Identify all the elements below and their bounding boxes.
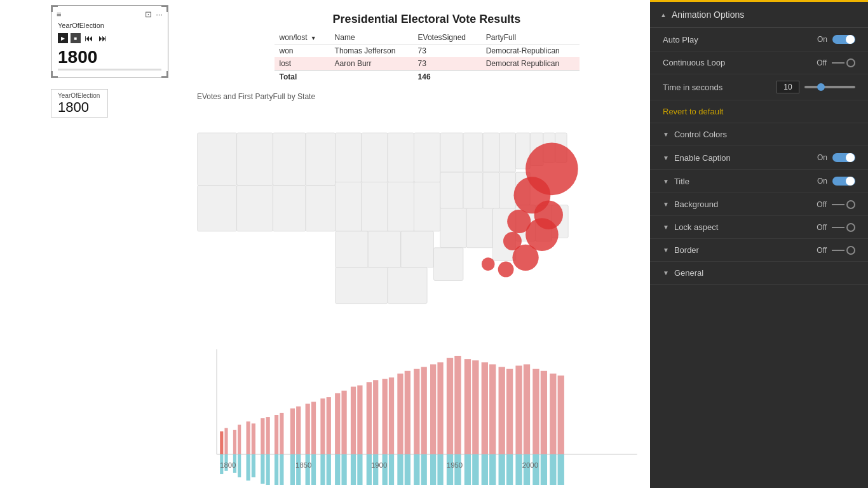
svg-rect-61	[247, 454, 250, 480]
svg-rect-134	[541, 371, 547, 454]
svg-rect-106	[421, 367, 427, 454]
animation-options-header[interactable]: ▲ Animation Options	[650, 2, 868, 28]
col-header-status[interactable]: won/lost ▼	[275, 31, 330, 44]
player-widget: ≡ ⊡ ··· YearOfElection ▶ ■ ⏮ ⏭ 1800	[51, 5, 168, 78]
svg-rect-5	[237, 186, 273, 231]
row-status: lost	[275, 57, 330, 71]
results-table: won/lost ▼ Name EVotesSigned PartyFull w…	[275, 31, 580, 83]
svg-rect-23	[483, 172, 499, 208]
toggle-knob	[846, 35, 855, 44]
svg-rect-10	[388, 133, 414, 182]
total-label: Total	[275, 71, 330, 84]
svg-rect-59	[238, 454, 241, 477]
col-header-party[interactable]: PartyFull	[481, 31, 580, 44]
general-row[interactable]: ▼ General	[650, 262, 868, 285]
svg-rect-94	[373, 380, 378, 454]
chevron-icon: ▼	[663, 154, 669, 161]
enable-caption-status: On	[817, 153, 827, 162]
svg-rect-14	[388, 182, 414, 231]
svg-rect-99	[389, 454, 394, 485]
col-header-name[interactable]: Name	[330, 31, 413, 44]
svg-point-49	[482, 257, 495, 271]
svg-rect-72	[290, 409, 295, 454]
svg-rect-75	[296, 454, 301, 485]
continuous-loop-toggle[interactable]	[832, 58, 855, 67]
svg-rect-12	[336, 182, 362, 231]
player-year: 1800	[54, 46, 165, 69]
chevron-icon: ▼	[663, 247, 669, 254]
expand-icon[interactable]: ⊡	[145, 10, 152, 19]
table-row: won Thomas Jefferson 73 Democrat-Republi…	[275, 44, 580, 58]
svg-rect-98	[389, 377, 394, 454]
svg-rect-81	[320, 454, 325, 485]
year-display-box: YearOfElection 1800	[51, 89, 108, 118]
enable-caption-toggle[interactable]	[832, 152, 855, 163]
svg-rect-126	[506, 369, 513, 454]
svg-rect-100	[397, 374, 403, 454]
svg-rect-73	[290, 454, 295, 485]
map-area: EVotes and First PartyFull by State	[184, 92, 644, 330]
svg-rect-56	[233, 430, 236, 454]
title-toggle[interactable]	[832, 176, 855, 186]
svg-rect-85	[335, 454, 340, 485]
svg-rect-95	[373, 454, 378, 485]
toggle-dash	[832, 62, 844, 64]
svg-rect-104	[414, 369, 419, 454]
svg-rect-52	[220, 431, 223, 454]
control-colors-row[interactable]: ▼ Control Colors	[650, 123, 868, 146]
stop-button[interactable]: ■	[71, 33, 81, 43]
time-in-seconds-label: Time in seconds	[663, 83, 771, 92]
svg-rect-1	[237, 133, 273, 186]
svg-rect-6	[273, 186, 306, 231]
table-row-total: Total 146	[275, 71, 580, 84]
animation-options-title: Animation Options	[672, 10, 744, 20]
svg-rect-101	[397, 454, 403, 485]
svg-text:2000: 2000	[522, 461, 538, 469]
player-progress-bar[interactable]	[58, 69, 161, 71]
time-slider[interactable]	[804, 86, 855, 88]
svg-rect-68	[275, 415, 278, 454]
svg-rect-30	[466, 208, 492, 248]
toggle-dash	[832, 227, 844, 228]
row-party: Democrat Republican	[481, 57, 580, 71]
prev-step-button[interactable]: ⏮	[83, 32, 95, 44]
next-step-button[interactable]: ⏭	[97, 32, 109, 44]
svg-rect-115	[454, 454, 461, 485]
svg-rect-19	[499, 133, 516, 172]
svg-rect-131	[524, 454, 530, 485]
title-row: ▼ Title On	[650, 170, 868, 193]
row-name: Thomas Jefferson	[330, 44, 413, 58]
svg-rect-15	[414, 182, 440, 231]
row-votes: 73	[413, 44, 481, 58]
svg-rect-125	[499, 454, 505, 485]
svg-rect-138	[558, 376, 564, 454]
svg-rect-87	[341, 454, 346, 485]
auto-play-toggle[interactable]	[832, 34, 855, 44]
svg-rect-64	[261, 418, 264, 454]
border-toggle[interactable]	[832, 246, 855, 255]
svg-text:1900: 1900	[371, 461, 387, 469]
right-panel: ▲ Animation Options Auto Play On Continu…	[650, 0, 868, 488]
svg-rect-66	[266, 417, 270, 454]
background-toggle[interactable]	[832, 200, 855, 209]
svg-rect-82	[327, 397, 331, 454]
time-input[interactable]	[776, 81, 799, 93]
lock-aspect-toggle[interactable]	[832, 223, 855, 232]
svg-rect-135	[541, 454, 547, 485]
svg-rect-86	[341, 391, 346, 454]
svg-rect-21	[440, 172, 463, 208]
border-status: Off	[817, 246, 827, 255]
revert-to-default[interactable]: Revert to default	[650, 100, 868, 123]
svg-rect-124	[499, 367, 505, 454]
toggle-dash	[832, 204, 844, 205]
table-row: lost Aaron Burr 73 Democrat Republican	[275, 57, 580, 71]
time-in-seconds-row: Time in seconds	[650, 74, 868, 100]
chevron-up-icon: ▲	[660, 11, 667, 18]
svg-rect-63	[252, 454, 255, 477]
svg-rect-107	[421, 454, 427, 485]
chevron-icon: ▼	[663, 201, 669, 208]
play-button[interactable]: ▶	[58, 33, 68, 43]
svg-rect-114	[454, 356, 461, 454]
col-header-votes[interactable]: EVotesSigned	[413, 31, 481, 44]
svg-rect-112	[447, 358, 453, 454]
